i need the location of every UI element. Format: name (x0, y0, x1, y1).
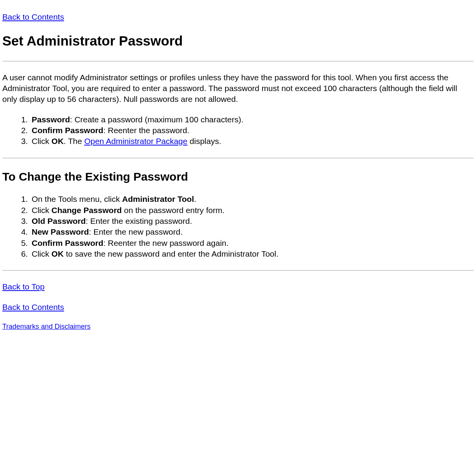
list-item: On the Tools menu, click Administrator T… (30, 194, 474, 205)
trademarks-link[interactable]: Trademarks and Disclaimers (2, 323, 90, 330)
intro-paragraph: A user cannot modify Administrator setti… (2, 72, 474, 105)
list-item: Click Change Password on the password en… (30, 205, 474, 216)
text: On the Tools menu, click (32, 195, 122, 203)
text: Click (32, 249, 51, 258)
open-admin-package-link[interactable]: Open Administrator Package (84, 137, 187, 145)
text: Click (32, 137, 51, 145)
text: Click (32, 206, 51, 215)
text: : Reenter the password. (103, 126, 190, 135)
list-item: New Password: Enter the new password. (30, 227, 474, 237)
text: . The (64, 137, 84, 145)
list-item: Password: Create a password (maximum 100… (30, 114, 474, 125)
text: . (194, 195, 196, 203)
change-password-steps: On the Tools menu, click Administrator T… (2, 194, 474, 259)
text: : Enter the existing password. (86, 217, 192, 225)
set-password-steps: Password: Create a password (maximum 100… (2, 114, 474, 147)
text: displays. (187, 137, 221, 145)
text: : Reenter the new password again. (103, 239, 229, 247)
divider (2, 270, 474, 271)
section-title-change: To Change the Existing Password (2, 169, 474, 185)
list-item: Click OK to save the new password and en… (30, 249, 474, 259)
back-to-contents-link-top[interactable]: Back to Contents (2, 12, 64, 21)
confirm-password-label: Confirm Password (32, 239, 103, 247)
back-to-top-link[interactable]: Back to Top (2, 282, 44, 291)
text: : Create a password (maximum 100 charact… (70, 115, 243, 124)
text: : Enter the new password. (89, 227, 183, 236)
text: on the password entry form. (122, 206, 224, 215)
ok-label: OK (51, 249, 64, 258)
confirm-password-label: Confirm Password (32, 126, 103, 135)
back-to-contents-link-bottom[interactable]: Back to Contents (2, 303, 64, 311)
change-password-label: Change Password (51, 206, 122, 215)
list-item: Click OK. The Open Administrator Package… (30, 136, 474, 147)
old-password-label: Old Password (32, 217, 86, 225)
list-item: Old Password: Enter the existing passwor… (30, 216, 474, 227)
ok-label: OK (51, 137, 64, 145)
new-password-label: New Password (32, 227, 89, 236)
list-item: Confirm Password: Reenter the password. (30, 125, 474, 136)
page-title: Set Administrator Password (2, 32, 474, 50)
text: to save the new password and enter the A… (64, 249, 278, 258)
divider (2, 61, 474, 61)
divider (2, 158, 474, 158)
admin-tool-label: Administrator Tool (122, 195, 194, 203)
list-item: Confirm Password: Reenter the new passwo… (30, 238, 474, 249)
password-label: Password (32, 115, 70, 124)
